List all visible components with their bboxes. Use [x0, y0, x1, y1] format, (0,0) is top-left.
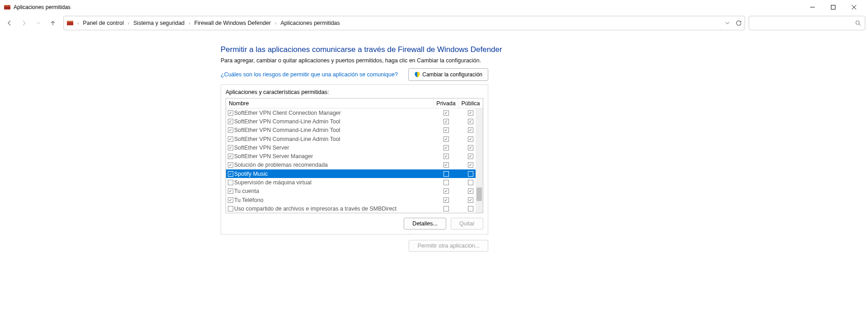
- app-name: SoftEther VPN Server Manager: [234, 153, 313, 159]
- enable-checkbox[interactable]: [228, 171, 233, 177]
- enable-checkbox[interactable]: [228, 110, 233, 116]
- private-checkbox[interactable]: [443, 127, 449, 133]
- breadcrumb-item[interactable]: Firewall de Windows Defender: [194, 19, 272, 27]
- enable-checkbox[interactable]: [228, 188, 233, 194]
- table-row[interactable]: Tu cuenta: [226, 187, 483, 196]
- search-icon: [855, 20, 861, 26]
- maximize-button[interactable]: [823, 0, 844, 14]
- svg-rect-5: [831, 5, 835, 9]
- scrollbar-thumb[interactable]: [476, 187, 482, 201]
- control-panel-icon: [66, 19, 74, 27]
- address-bar[interactable]: › Panel de control › Sistema y seguridad…: [63, 16, 745, 30]
- table-row[interactable]: SoftEther VPN Client Connection Manager: [226, 108, 483, 117]
- remove-button: Quitar: [451, 218, 483, 230]
- app-name: Supervisión de máquina virtual: [234, 179, 311, 186]
- forward-button[interactable]: [17, 16, 31, 30]
- back-button[interactable]: [3, 16, 16, 30]
- private-checkbox[interactable]: [443, 197, 449, 203]
- allowed-apps-panel: Aplicaciones y características permitida…: [221, 84, 488, 234]
- col-header-public[interactable]: Pública: [458, 98, 483, 108]
- col-header-private[interactable]: Privada: [434, 98, 458, 108]
- public-checkbox[interactable]: [468, 171, 473, 177]
- public-checkbox[interactable]: [468, 145, 473, 150]
- private-checkbox[interactable]: [443, 119, 449, 124]
- breadcrumb-item[interactable]: Sistema y seguridad: [133, 19, 185, 27]
- details-button[interactable]: Detalles...: [404, 218, 446, 230]
- table-row[interactable]: Spotify Music: [226, 169, 483, 178]
- shield-icon: [414, 71, 420, 78]
- table-row[interactable]: SoftEther VPN Command-Line Admin Tool: [226, 126, 483, 135]
- apps-list[interactable]: Nombre Privada Pública SoftEther VPN Cli…: [226, 98, 483, 213]
- app-name: SoftEther VPN Server: [234, 145, 289, 151]
- private-checkbox[interactable]: [443, 154, 449, 159]
- public-checkbox[interactable]: [468, 154, 473, 159]
- svg-rect-2: [4, 8, 10, 8]
- table-row[interactable]: Uso compartido de archivos e impresoras …: [226, 204, 483, 213]
- table-row[interactable]: Solución de problemas recomendada: [226, 161, 483, 169]
- col-header-name[interactable]: Nombre: [226, 98, 434, 108]
- panel-label: Aplicaciones y características permitida…: [226, 89, 483, 95]
- recent-dropdown-button[interactable]: [32, 16, 45, 30]
- chevron-icon: ›: [188, 21, 191, 26]
- titlebar: Aplicaciones permitidas: [0, 0, 868, 14]
- table-row[interactable]: Tu Teléfono: [226, 196, 483, 204]
- up-button[interactable]: [46, 16, 60, 30]
- private-checkbox[interactable]: [443, 188, 449, 194]
- private-checkbox[interactable]: [443, 180, 449, 185]
- breadcrumb-current: Aplicaciones permitidas: [280, 19, 340, 27]
- enable-checkbox[interactable]: [228, 119, 233, 124]
- table-row[interactable]: SoftEther VPN Server: [226, 143, 483, 152]
- chevron-icon: ›: [76, 21, 80, 26]
- app-name: Tu Teléfono: [234, 197, 264, 203]
- public-checkbox[interactable]: [468, 127, 473, 133]
- private-checkbox[interactable]: [443, 162, 449, 168]
- scrollbar[interactable]: [476, 108, 483, 213]
- public-checkbox[interactable]: [468, 110, 473, 116]
- risks-link[interactable]: ¿Cuáles son los riesgos de permitir que …: [221, 71, 398, 78]
- private-checkbox[interactable]: [443, 171, 449, 177]
- minimize-button[interactable]: [802, 0, 823, 14]
- public-checkbox[interactable]: [468, 188, 473, 194]
- allow-another-button: Permitir otra aplicación...: [409, 240, 488, 252]
- public-checkbox[interactable]: [468, 136, 473, 142]
- change-settings-button[interactable]: Cambiar la configuración: [408, 68, 488, 81]
- public-checkbox[interactable]: [468, 180, 473, 185]
- svg-rect-4: [8, 5, 9, 9]
- app-name: Spotify Music: [234, 171, 268, 177]
- change-settings-label: Cambiar la configuración: [422, 71, 482, 78]
- enable-checkbox[interactable]: [228, 162, 233, 168]
- private-checkbox[interactable]: [443, 110, 449, 116]
- app-name: Solución de problemas recomendada: [234, 162, 328, 168]
- close-button[interactable]: [844, 0, 864, 14]
- enable-checkbox[interactable]: [228, 154, 233, 159]
- chevron-icon: ›: [274, 21, 277, 26]
- app-name: SoftEther VPN Command-Line Admin Tool: [234, 136, 340, 142]
- search-input[interactable]: [753, 20, 855, 26]
- public-checkbox[interactable]: [468, 162, 473, 168]
- private-checkbox[interactable]: [443, 145, 449, 150]
- chevron-icon: ›: [127, 21, 130, 26]
- chevron-down-icon[interactable]: [725, 20, 730, 26]
- enable-checkbox[interactable]: [228, 197, 233, 203]
- app-name: Tu cuenta: [234, 188, 259, 194]
- enable-checkbox[interactable]: [228, 136, 233, 142]
- app-name: Uso compartido de archivos e impresoras …: [234, 206, 396, 212]
- public-checkbox[interactable]: [468, 119, 473, 124]
- window-title: Aplicaciones permitidas: [14, 4, 71, 10]
- search-box[interactable]: [749, 16, 865, 30]
- table-row[interactable]: SoftEther VPN Command-Line Admin Tool: [226, 135, 483, 143]
- private-checkbox[interactable]: [443, 206, 449, 211]
- table-row[interactable]: Supervisión de máquina virtual: [226, 178, 483, 187]
- enable-checkbox[interactable]: [228, 206, 233, 211]
- table-row[interactable]: SoftEther VPN Command-Line Admin Tool: [226, 117, 483, 126]
- table-row[interactable]: SoftEther VPN Server Manager: [226, 152, 483, 160]
- firewall-icon: [4, 4, 11, 11]
- public-checkbox[interactable]: [468, 197, 473, 203]
- breadcrumb-item[interactable]: Panel de control: [82, 19, 124, 27]
- private-checkbox[interactable]: [443, 136, 449, 142]
- public-checkbox[interactable]: [468, 206, 473, 211]
- enable-checkbox[interactable]: [228, 127, 233, 133]
- enable-checkbox[interactable]: [228, 145, 233, 150]
- refresh-icon[interactable]: [736, 20, 742, 26]
- enable-checkbox[interactable]: [228, 180, 233, 185]
